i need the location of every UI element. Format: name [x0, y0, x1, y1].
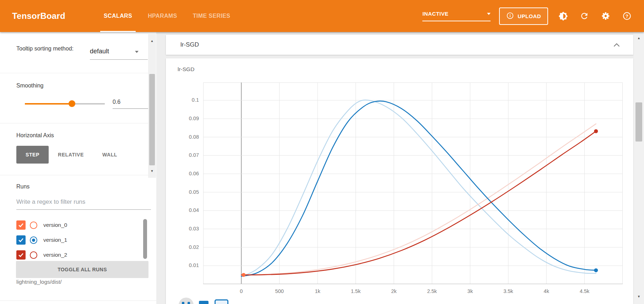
slider-fill [25, 103, 72, 105]
runs-list-scrollbar[interactable] [143, 219, 147, 259]
upload-button[interactable]: UPLOAD [499, 7, 548, 25]
slider-thumb[interactable] [69, 100, 75, 107]
x-axis-tick-label: 1k [305, 288, 330, 294]
group-title: lr-SGD [180, 35, 199, 55]
run-checkbox[interactable] [16, 220, 26, 230]
y-axis-tick-label: 0.02 [179, 244, 199, 250]
run-radio[interactable] [30, 222, 37, 229]
brightness-icon[interactable] [557, 10, 569, 22]
settings-gear-icon[interactable] [599, 10, 612, 22]
y-axis-tick-label: 0.08 [179, 134, 199, 140]
sidebar-scrollbar[interactable]: ▲ ▼ [148, 34, 156, 178]
smoothing-label: Smoothing [16, 82, 44, 89]
settings-sidebar: Tooltip sorting method: default Smoothin… [0, 32, 156, 304]
toggle-all-runs-button[interactable]: TOGGLE ALL RUNS [16, 261, 148, 278]
y-axis-tick-label: 0.04 [179, 207, 199, 213]
y-axis-tick-label: 0.07 [179, 152, 199, 158]
status-label: INACTIVE [422, 11, 448, 17]
axis-option-relative[interactable]: RELATIVE [49, 146, 93, 164]
y-axis-tick-label: 0.06 [179, 171, 199, 176]
divider [0, 175, 156, 175]
tab-hparams[interactable]: HPARAMS [140, 0, 185, 32]
upload-label: UPLOAD [518, 13, 541, 19]
scalar-line-chart[interactable] [203, 82, 623, 284]
y-axis-tick-label: 0.03 [179, 226, 199, 231]
scalar-group-header[interactable]: lr-SGD [166, 35, 633, 55]
run-checkbox[interactable] [16, 250, 26, 260]
run-radio[interactable] [30, 236, 37, 244]
y-axis-tick-label: 0.01 [179, 262, 199, 268]
x-axis-tick-label: 4k [534, 288, 559, 294]
status-dropdown[interactable]: INACTIVE [422, 11, 491, 21]
scroll-down-icon[interactable]: ▼ [634, 295, 644, 298]
y-axis-tick-label: 0.09 [179, 116, 199, 121]
run-row[interactable]: version_0 [16, 218, 141, 233]
run-checkbox[interactable] [16, 235, 26, 245]
refresh-icon[interactable] [578, 10, 591, 22]
run-row[interactable]: version_1 [16, 233, 141, 247]
x-axis-tick-label: 2k [381, 288, 406, 294]
y-axis-tick-label: 0.1 [179, 97, 199, 103]
axis-option-step[interactable]: STEP [16, 146, 49, 164]
tab-scalars[interactable]: SCALARS [96, 0, 140, 32]
smoothing-value-input[interactable]: 0.6 [113, 99, 152, 109]
runs-label: Runs [16, 183, 29, 190]
tooltip-sorting-value: default [90, 48, 109, 55]
chevron-down-icon [135, 51, 139, 53]
chevron-up-icon[interactable] [613, 42, 620, 48]
run-radio[interactable] [30, 251, 37, 259]
app-header: TensorBoard SCALARSHPARAMSTIME SERIES IN… [0, 0, 644, 32]
main-scrollbar[interactable]: ▲ ▼ [634, 32, 644, 304]
divider [0, 123, 156, 123]
horizontal-axis-options: STEPRELATIVEWALL [16, 146, 126, 164]
help-icon[interactable]: ? [621, 10, 633, 22]
divider [0, 300, 156, 301]
horizontal-axis-label: Horizontal Axis [16, 132, 54, 139]
x-axis-tick-label: 500 [267, 288, 292, 294]
runs-list: version_0version_1version_2 [16, 218, 141, 262]
sidebar-scrollbar-thumb[interactable] [149, 74, 155, 165]
scroll-down-icon[interactable]: ▼ [148, 169, 156, 173]
chart-title: lr-SGD [178, 66, 194, 73]
tab-bar: SCALARSHPARAMSTIME SERIES [96, 0, 238, 32]
expand-chart-icon[interactable] [199, 301, 209, 304]
run-label: version_2 [43, 252, 67, 258]
info-icon [506, 12, 514, 21]
chevron-down-icon [487, 13, 491, 15]
logdir-path: lightning_logs/dist/ [16, 279, 62, 285]
svg-text:?: ? [626, 14, 628, 19]
run-label: version_1 [43, 237, 67, 243]
divider [0, 73, 156, 73]
tab-time-series[interactable]: TIME SERIES [185, 0, 238, 32]
scroll-up-icon[interactable]: ▲ [148, 39, 156, 43]
smoothing-slider[interactable] [25, 103, 105, 105]
x-axis-tick-label: 2.5k [420, 288, 444, 294]
y-axis-tick-label: 0.05 [179, 189, 199, 195]
scroll-up-icon[interactable]: ▲ [634, 36, 644, 40]
x-axis-tick-label: 0 [229, 288, 254, 294]
run-label: version_0 [43, 222, 67, 228]
tooltip-sorting-dropdown[interactable]: default [90, 48, 148, 60]
pin-card-icon[interactable] [215, 299, 228, 304]
x-axis-tick-label: 3k [458, 288, 483, 294]
run-row[interactable]: version_2 [16, 247, 141, 262]
x-axis-tick-label: 1.5k [343, 288, 368, 294]
main-scrollbar-thumb[interactable] [635, 102, 642, 142]
run-filter-input[interactable]: Write a regex to filter runs [16, 198, 151, 210]
tooltip-sorting-label: Tooltip sorting method: [16, 45, 80, 53]
axis-option-wall[interactable]: WALL [93, 146, 126, 164]
app-logo[interactable]: TensorBoard [12, 0, 65, 32]
x-axis-tick-label: 3.5k [496, 288, 521, 294]
x-axis-tick-label: 4.5k [572, 288, 597, 294]
